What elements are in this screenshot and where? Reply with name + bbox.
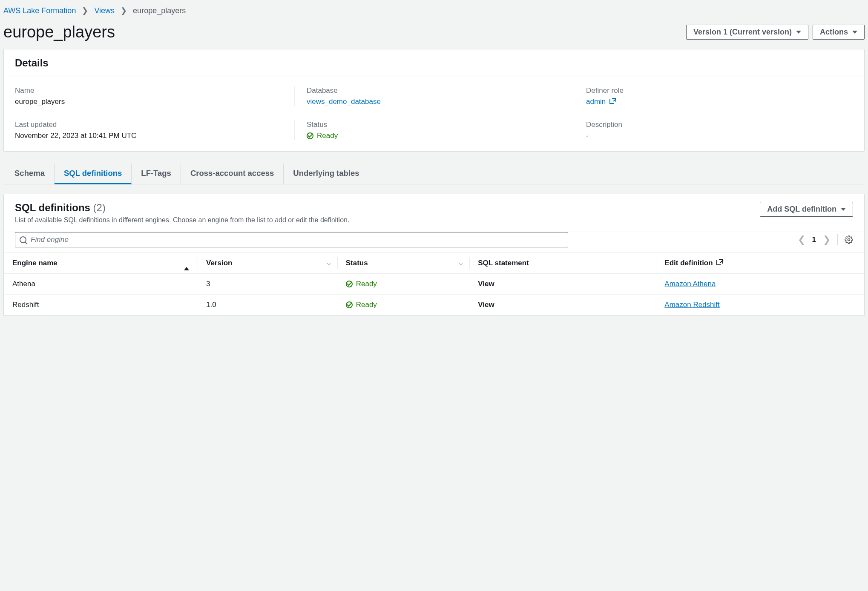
col-engine[interactable]: Engine name (4, 253, 198, 274)
status-text: Ready (317, 132, 338, 140)
details-title: Details (15, 57, 49, 69)
cell-sql: View (469, 274, 656, 295)
version-selector[interactable]: Version 1 (Current version) (686, 25, 808, 40)
field-value-name: europe_players (15, 98, 282, 106)
col-status[interactable]: Status (337, 253, 469, 274)
sql-definitions-title: SQL definitions (2) (15, 202, 349, 214)
col-version-label: Version (206, 259, 232, 267)
col-edit-label: Edit definition (664, 259, 713, 267)
svg-point-0 (848, 239, 850, 241)
cell-engine: Athena (4, 274, 198, 295)
col-sql-label: SQL statement (478, 259, 529, 267)
page-title: europe_players (3, 23, 115, 41)
field-label-updated: Last updated (15, 120, 282, 129)
external-link-icon (609, 98, 616, 105)
breadcrumb-current: europe_players (133, 6, 186, 15)
table-row: Athena 3 Ready View Amazon Athena (4, 274, 864, 295)
details-panel: Details Name europe_players Database vie… (3, 49, 865, 152)
version-selector-label: Version 1 (Current version) (693, 28, 792, 37)
edit-link-redshift[interactable]: Amazon Redshift (664, 301, 719, 309)
status-ready: Ready (346, 280, 377, 288)
sort-none-icon (457, 263, 461, 265)
actions-menu-button[interactable]: Actions (813, 25, 865, 40)
actions-label: Actions (820, 28, 848, 37)
table-row: Redshift 1.0 Ready View Amazon Redshift (4, 295, 864, 316)
sql-definitions-table: Engine name Version Status (4, 252, 864, 316)
caret-down-icon (796, 31, 801, 34)
add-sql-definition-label: Add SQL definition (767, 205, 836, 214)
caret-down-icon (852, 31, 857, 34)
sql-definitions-panel: SQL definitions (2) List of available SQ… (3, 194, 865, 316)
field-label-definer: Definer role (586, 86, 841, 95)
check-circle-icon (346, 281, 353, 287)
field-label-status: Status (307, 120, 562, 129)
search-input[interactable] (30, 235, 563, 244)
tabs: Schema SQL definitions LF-Tags Cross-acc… (3, 164, 865, 184)
field-value-updated: November 22, 2023 at 10:41 PM UTC (15, 132, 282, 140)
definer-role-text: admin (586, 98, 606, 106)
sql-def-subtitle: List of available SQL definitions in dif… (15, 216, 349, 224)
check-circle-icon (307, 132, 313, 139)
external-link-icon (716, 259, 723, 266)
definer-role-link[interactable]: admin (586, 98, 616, 106)
page-prev[interactable]: ❮ (798, 234, 805, 245)
chevron-right-icon: ❯ (121, 6, 127, 15)
col-edit[interactable]: Edit definition (656, 253, 864, 274)
field-label-description: Description (586, 120, 841, 129)
cell-version: 1.0 (198, 295, 337, 316)
field-label-name: Name (15, 86, 282, 95)
col-status-label: Status (346, 259, 368, 267)
search-icon (20, 236, 26, 243)
tab-schema[interactable]: Schema (3, 164, 55, 184)
tab-cross-account[interactable]: Cross-account access (181, 164, 284, 184)
breadcrumb: AWS Lake Formation ❯ Views ❯ europe_play… (3, 4, 865, 19)
cell-version: 3 (198, 274, 337, 295)
cell-engine: Redshift (4, 295, 198, 316)
status-ready: Ready (346, 301, 377, 309)
search-box[interactable] (15, 232, 568, 247)
tab-lf-tags[interactable]: LF-Tags (132, 164, 181, 184)
col-sql[interactable]: SQL statement (469, 253, 656, 274)
page-next[interactable]: ❯ (823, 234, 831, 245)
breadcrumb-views[interactable]: Views (94, 6, 115, 15)
status-text: Ready (356, 280, 377, 288)
add-sql-definition-button[interactable]: Add SQL definition (760, 202, 853, 217)
col-engine-label: Engine name (12, 259, 57, 267)
tab-sql-definitions[interactable]: SQL definitions (55, 164, 132, 184)
sql-def-count: (2) (93, 202, 106, 213)
breadcrumb-root[interactable]: AWS Lake Formation (3, 6, 76, 15)
field-label-database: Database (307, 86, 562, 95)
divider (837, 234, 838, 245)
settings-icon[interactable] (845, 235, 853, 244)
sort-asc-icon (184, 259, 189, 270)
status-ready: Ready (307, 132, 338, 140)
edit-link-athena[interactable]: Amazon Athena (664, 280, 716, 288)
tab-underlying-tables[interactable]: Underlying tables (284, 164, 369, 184)
chevron-right-icon: ❯ (82, 6, 88, 15)
sort-none-icon (325, 263, 329, 265)
page-number: 1 (812, 235, 816, 244)
pagination: ❮ 1 ❯ (798, 234, 853, 245)
cell-sql: View (469, 295, 656, 316)
status-text: Ready (356, 301, 377, 309)
check-circle-icon (346, 301, 353, 308)
col-version[interactable]: Version (198, 253, 337, 274)
caret-down-icon (841, 208, 846, 211)
field-value-description: - (586, 132, 841, 140)
sql-def-title-text: SQL definitions (15, 202, 90, 213)
database-link[interactable]: views_demo_database (307, 98, 381, 106)
